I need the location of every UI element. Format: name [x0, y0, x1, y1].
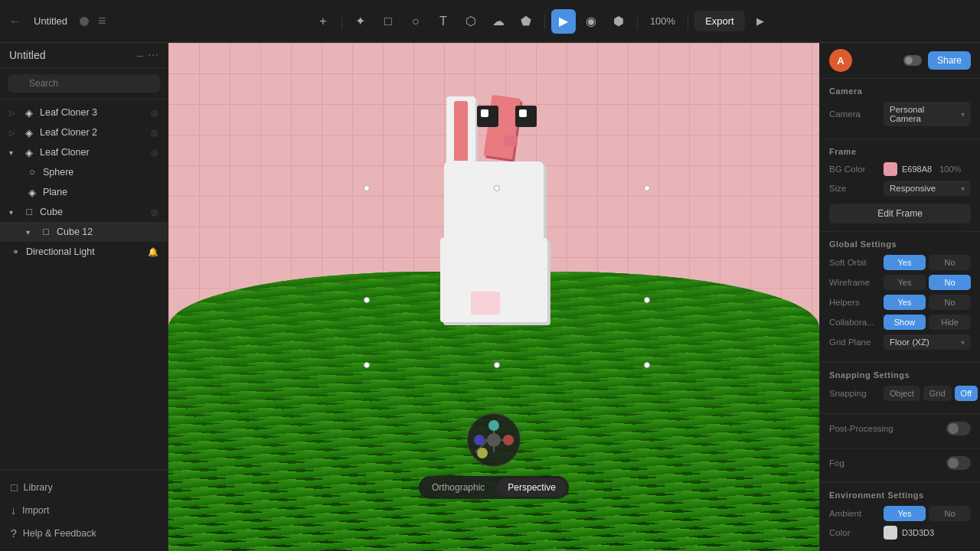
- orthographic-view-button[interactable]: Orthographic: [421, 478, 495, 497]
- tree-item-sphere[interactable]: ○ Sphere: [0, 162, 168, 182]
- tree-item-cube[interactable]: ▾ □ Cube ◎: [0, 202, 168, 222]
- wireframe-yes[interactable]: Yes: [884, 275, 926, 290]
- tree-item-leaf-cloner-3[interactable]: ▷ ◈ Leaf Cloner 3 ◎: [0, 103, 168, 122]
- selection-handle-br[interactable]: [644, 362, 650, 368]
- ambient-yes[interactable]: Yes: [884, 506, 926, 521]
- toolbar-separator-4: [688, 14, 688, 29]
- anchor-tool-button[interactable]: ⬢: [606, 9, 631, 34]
- window-dot[interactable]: [80, 17, 89, 26]
- soft-orbit-no[interactable]: No: [929, 255, 971, 270]
- visibility-icon[interactable]: ◎: [151, 207, 158, 217]
- soft-orbit-yes[interactable]: Yes: [884, 255, 926, 270]
- viewport[interactable]: Orthographic Perspective: [168, 43, 819, 551]
- expand-icon: ▷: [9, 129, 18, 137]
- selection-handle-tm[interactable]: [494, 185, 500, 191]
- wireframe-no[interactable]: No: [929, 275, 971, 290]
- selection-handle-bm[interactable]: [494, 362, 500, 368]
- size-dropdown[interactable]: Responsive ▾: [884, 181, 971, 196]
- visibility-icon[interactable]: ◎: [151, 108, 158, 118]
- tree-item-plane[interactable]: ◈ Plane: [0, 182, 168, 202]
- cloud-tool-button[interactable]: ☁: [486, 9, 511, 34]
- bg-color-pct: 100%: [939, 165, 961, 174]
- tree-item-leaf-cloner-2[interactable]: ▷ ◈ Leaf Cloner 2 ◎: [0, 122, 168, 142]
- library-item[interactable]: □ Library: [0, 476, 168, 499]
- env-color-label: Color: [829, 528, 879, 537]
- bg-color-swatch[interactable]: [884, 162, 897, 176]
- leaf-cloner-icon: ◈: [23, 146, 35, 158]
- search-input[interactable]: [8, 74, 160, 93]
- window-menu[interactable]: ≡: [98, 13, 106, 29]
- collabora-hide[interactable]: Hide: [929, 315, 971, 330]
- navigation-gizmo[interactable]: [467, 413, 521, 467]
- collabora-show[interactable]: Show: [884, 315, 926, 330]
- visibility-icon[interactable]: ◎: [151, 148, 158, 158]
- select-tool-button[interactable]: ▶: [551, 9, 576, 34]
- sidebar-header: Untitled – ⋯: [0, 43, 168, 68]
- selection-handle-tr[interactable]: [644, 185, 650, 191]
- post-processing-toggle[interactable]: [946, 422, 971, 435]
- hex-tool-button[interactable]: ⬡: [459, 9, 483, 34]
- fog-row: Fog: [829, 456, 971, 470]
- collabora-toggle: Show Hide: [884, 315, 971, 330]
- selection-handle-lm[interactable]: [364, 297, 370, 303]
- export-button[interactable]: Export: [694, 11, 745, 31]
- box-tool-button[interactable]: □: [376, 9, 400, 34]
- ambient-toggle: Yes No: [884, 506, 971, 521]
- share-button[interactable]: Share: [928, 51, 971, 70]
- edit-frame-button[interactable]: Edit Frame: [829, 204, 971, 223]
- ambient-no[interactable]: No: [929, 506, 971, 521]
- bunny-body: [440, 238, 547, 322]
- gizmo-top-dot: [488, 420, 499, 431]
- selection-handle-tl[interactable]: [364, 185, 370, 191]
- shape-tool-button[interactable]: ⬟: [514, 9, 538, 34]
- visibility-icon[interactable]: ◎: [151, 128, 158, 138]
- frame-section-title: Frame: [829, 147, 971, 156]
- text-tool-button[interactable]: T: [431, 9, 456, 34]
- tree-item-cube-12[interactable]: ▾ □ Cube 12: [0, 222, 168, 242]
- helpers-no[interactable]: No: [929, 295, 971, 310]
- sphere-tool-button[interactable]: ○: [403, 9, 428, 34]
- toolbar: + ✦ □ ○ T ⬡ ☁ ⬟ ▶ ◉ ⬢ 100% Export ▶: [113, 9, 971, 34]
- add-tool-button[interactable]: +: [311, 9, 335, 34]
- helpers-label: Helpers: [829, 298, 879, 307]
- sidebar-more[interactable]: ⋯: [148, 49, 158, 61]
- bunny-nose: [504, 135, 518, 146]
- gizmo-center-dot: [487, 433, 501, 447]
- post-processing-section: Post-Processing: [820, 414, 980, 448]
- bunny-eye-right-white: [519, 109, 527, 117]
- orbit-tool-button[interactable]: ◉: [579, 9, 603, 34]
- tree-item-directional-light[interactable]: ⚬ Directional Light 🔔: [0, 242, 168, 262]
- gizmo-circle[interactable]: [467, 413, 521, 467]
- back-button[interactable]: ←: [9, 15, 21, 28]
- helpers-yes[interactable]: Yes: [884, 295, 926, 310]
- import-item[interactable]: ↓ Import: [0, 499, 168, 522]
- grid-snap-button[interactable]: Grid: [923, 386, 952, 401]
- object-snap-button[interactable]: Object: [884, 386, 920, 401]
- play-button[interactable]: ▶: [748, 9, 773, 34]
- env-color-swatch[interactable]: [884, 526, 897, 540]
- expand-icon: ▾: [9, 148, 18, 157]
- tree-item-leaf-cloner[interactable]: ▾ ◈ Leaf Cloner ◎: [0, 142, 168, 162]
- sidebar-minimize[interactable]: –: [137, 49, 143, 61]
- wireframe-row: Wireframe Yes No: [829, 275, 971, 290]
- post-processing-row: Post-Processing: [829, 422, 971, 435]
- fog-toggle[interactable]: [946, 456, 971, 470]
- snap-group: Object Grid Off: [884, 386, 978, 401]
- perspective-view-button[interactable]: Perspective: [497, 478, 567, 497]
- camera-section-title: Camera: [829, 86, 971, 96]
- lock-icon[interactable]: 🔔: [148, 247, 158, 257]
- transform-tool-button[interactable]: ✦: [348, 9, 373, 34]
- bunny-ear-left: [446, 96, 475, 165]
- off-snap-button[interactable]: Off: [955, 386, 978, 401]
- env-color-hex: D3D3D3: [902, 528, 934, 537]
- grid-plane-dropdown[interactable]: Floor (XZ) ▾: [884, 334, 971, 350]
- selection-handle-rm[interactable]: [644, 297, 650, 303]
- camera-dropdown[interactable]: Personal Camera ▾: [884, 102, 971, 126]
- directional-light-label: Directional Light: [26, 246, 143, 257]
- selection-handle-bl[interactable]: [364, 362, 370, 368]
- help-item[interactable]: ? Help & Feedback: [0, 522, 168, 545]
- window-title: Untitled: [28, 15, 74, 27]
- environment-section: Environment Settings Ambient Yes No Colo…: [820, 483, 980, 551]
- cube-12-icon: □: [40, 226, 52, 238]
- user-toggle[interactable]: [903, 55, 922, 66]
